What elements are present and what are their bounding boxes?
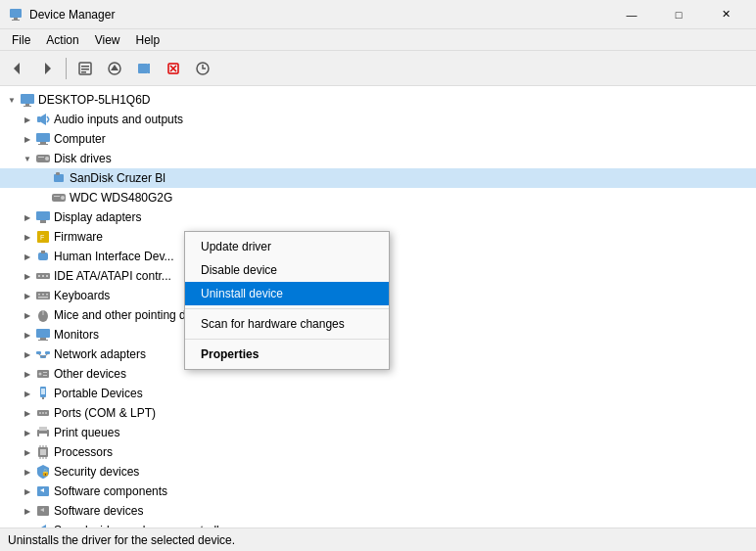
display-expand-icon[interactable]: ▶	[20, 209, 35, 225]
softcomp-expand-icon[interactable]: ▶	[20, 483, 35, 499]
svg-point-61	[39, 373, 42, 376]
firmware-expand-icon[interactable]: ▶	[20, 229, 35, 245]
toolbar-properties[interactable]	[71, 55, 99, 82]
tree-item-wdc[interactable]: ▶ WDC WDS480G2G	[0, 188, 756, 207]
keyboards-expand-icon[interactable]: ▶	[20, 288, 35, 303]
ide-expand-icon[interactable]: ▶	[20, 268, 35, 284]
tree-item-portable[interactable]: ▶ Portable Devices	[0, 384, 756, 403]
svg-point-34	[61, 196, 65, 200]
svg-rect-7	[81, 69, 89, 70]
menu-file[interactable]: File	[4, 31, 38, 49]
svg-rect-39	[38, 253, 48, 260]
tree-item-sandisk[interactable]: ▶ SanDisk Cruzer Bl	[0, 168, 756, 188]
ports-icon	[35, 405, 51, 421]
toolbar-forward[interactable]	[33, 55, 61, 82]
svg-rect-52	[36, 329, 50, 338]
ide-icon	[35, 268, 51, 284]
print-expand-icon[interactable]: ▶	[20, 425, 35, 440]
toolbar-uninstall[interactable]	[160, 55, 187, 82]
svg-rect-30	[54, 174, 64, 182]
wdc-icon	[51, 190, 67, 206]
svg-rect-45	[36, 292, 50, 299]
tree-item-disk[interactable]: ▼ Disk drives	[0, 149, 756, 168]
svg-rect-42	[38, 275, 40, 277]
svg-rect-18	[25, 104, 29, 106]
svg-rect-65	[42, 397, 44, 399]
svg-rect-62	[43, 372, 47, 373]
tree-item-softdev[interactable]: ▶ Software devices	[0, 501, 756, 521]
ports-expand-icon[interactable]: ▶	[20, 405, 35, 421]
tree-item-print[interactable]: ▶ Print queues	[0, 423, 756, 442]
svg-line-23	[47, 119, 49, 122]
svg-rect-24	[36, 133, 50, 142]
computer-icon	[20, 92, 35, 108]
tree-item-security[interactable]: ▶ 🔒 Security devices	[0, 462, 756, 482]
audio-label: Audio inputs and outputs	[54, 113, 183, 126]
svg-rect-12	[148, 64, 150, 73]
portable-expand-icon[interactable]: ▶	[20, 386, 35, 401]
hid-label: Human Interface Dev...	[54, 250, 174, 263]
display-label: Display adapters	[54, 210, 141, 224]
tree-root[interactable]: ▼ DESKTOP-5LH1Q6D	[0, 90, 756, 110]
tree-item-computer[interactable]: ▶ Computer	[0, 129, 756, 149]
minimize-button[interactable]: —	[609, 0, 654, 29]
toolbar-back[interactable]	[4, 55, 31, 82]
ctx-update-driver[interactable]: Update driver	[185, 235, 389, 258]
monitor-icon	[35, 327, 51, 343]
softdev-expand-icon[interactable]: ▶	[20, 503, 35, 519]
toolbar-scan[interactable]	[189, 55, 216, 82]
hid-expand-icon[interactable]: ▶	[20, 249, 35, 264]
tree-item-sound[interactable]: ▶ Sound, video and game controllers	[0, 521, 756, 528]
ctx-sep-1	[185, 308, 389, 309]
audio-expand-icon[interactable]: ▶	[20, 112, 35, 127]
tree-item-audio[interactable]: ▶ Audio inputs and outputs	[0, 110, 756, 129]
computer-expand-icon[interactable]: ▶	[20, 131, 35, 147]
svg-rect-19	[24, 106, 31, 107]
root-label: DESKTOP-5LH1Q6D	[38, 93, 151, 107]
svg-rect-44	[46, 275, 48, 277]
menu-help[interactable]: Help	[128, 31, 168, 49]
maximize-button[interactable]: □	[656, 0, 701, 29]
menu-action[interactable]: Action	[38, 31, 86, 49]
sound-expand-icon[interactable]: ▶	[20, 523, 35, 528]
tree-panel[interactable]: ▼ DESKTOP-5LH1Q6D ▶	[0, 86, 756, 528]
svg-rect-8	[81, 71, 86, 73]
processors-expand-icon[interactable]: ▶	[20, 444, 35, 460]
svg-text:F: F	[40, 234, 44, 241]
menu-view[interactable]: View	[87, 31, 128, 49]
tree-item-processors[interactable]: ▶ Processors	[0, 442, 756, 462]
toolbar-update-driver[interactable]	[101, 55, 128, 82]
svg-rect-36	[40, 220, 46, 223]
svg-rect-66	[41, 389, 45, 394]
mice-expand-icon[interactable]: ▶	[20, 307, 35, 323]
svg-rect-54	[38, 340, 48, 341]
menu-bar: File Action View Help	[0, 29, 756, 51]
wdc-expand-icon: ▶	[35, 190, 51, 206]
sandisk-expand-icon[interactable]: ▶	[35, 170, 51, 186]
ctx-disable-device[interactable]: Disable device	[185, 258, 389, 282]
print-label: Print queues	[54, 426, 119, 439]
ctx-uninstall-device[interactable]: Uninstall device	[185, 282, 389, 305]
svg-point-70	[45, 412, 47, 414]
ctx-properties[interactable]: Properties	[185, 343, 389, 366]
svg-rect-46	[38, 294, 40, 296]
tree-item-softcomp[interactable]: ▶ Software components	[0, 482, 756, 501]
ctx-scan-hardware[interactable]: Scan for hardware changes	[185, 312, 389, 336]
network-expand-icon[interactable]: ▶	[20, 346, 35, 362]
security-icon: 🔒	[35, 464, 51, 480]
monitors-expand-icon[interactable]: ▶	[20, 327, 35, 343]
svg-marker-88	[41, 525, 46, 528]
disk-expand-icon[interactable]: ▼	[20, 151, 35, 166]
close-button[interactable]: ✕	[703, 0, 748, 29]
tree-item-ports[interactable]: ▶ Ports (COM & LPT)	[0, 403, 756, 423]
toolbar-enable[interactable]	[130, 55, 158, 82]
root-expand-icon[interactable]: ▼	[4, 92, 20, 108]
tree-item-display[interactable]: ▶ Display adapters	[0, 207, 756, 227]
ctx-sep-2	[185, 339, 389, 340]
security-expand-icon[interactable]: ▶	[20, 464, 35, 480]
svg-rect-35	[36, 211, 50, 220]
svg-rect-33	[54, 196, 60, 197]
other-expand-icon[interactable]: ▶	[20, 366, 35, 382]
svg-rect-55	[36, 351, 41, 354]
ports-label: Ports (COM & LPT)	[54, 406, 156, 420]
